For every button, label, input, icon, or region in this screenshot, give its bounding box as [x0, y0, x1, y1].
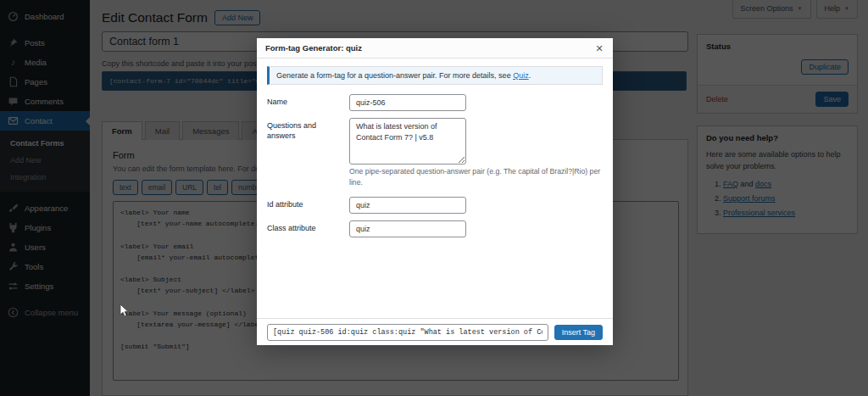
- name-label: Name: [267, 94, 337, 111]
- insert-tag-button[interactable]: Insert Tag: [554, 325, 603, 340]
- notice-text: Generate a form-tag for a question-answe…: [276, 71, 513, 80]
- quiz-doc-link[interactable]: Quiz: [513, 71, 529, 80]
- notice-suffix: .: [529, 71, 531, 80]
- questions-answers-hint: One pipe-separated question-answer pair …: [349, 166, 604, 188]
- close-icon[interactable]: ✕: [591, 40, 608, 57]
- questions-answers-textarea[interactable]: What is latest version of Contact Form 7…: [349, 118, 466, 165]
- class-attribute-label: Class attribute: [267, 220, 337, 237]
- id-attribute-label: Id attribute: [267, 197, 337, 214]
- modal-title: Form-tag Generator: quiz: [265, 43, 362, 53]
- generated-tag-input[interactable]: [267, 324, 548, 341]
- class-attribute-input[interactable]: [349, 220, 466, 237]
- name-input[interactable]: [349, 94, 466, 111]
- form-tag-generator-modal: Form-tag Generator: quiz ✕ Generate a fo…: [257, 38, 613, 345]
- id-attribute-input[interactable]: [349, 197, 466, 214]
- modal-notice: Generate a form-tag for a question-answe…: [267, 66, 603, 85]
- questions-answers-label: Questions and answers: [267, 118, 337, 165]
